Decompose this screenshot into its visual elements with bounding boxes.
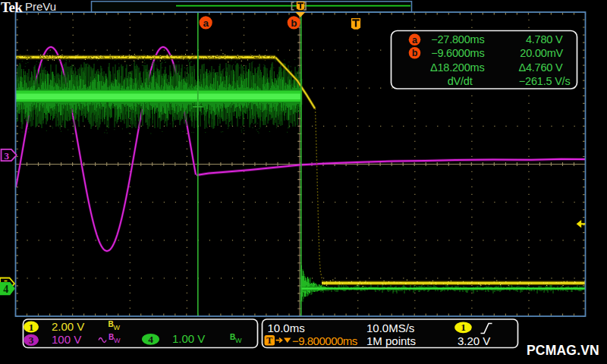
svg-text:1M points: 1M points — [366, 334, 416, 347]
svg-text:W: W — [114, 337, 121, 344]
svg-text:3: 3 — [29, 334, 34, 346]
svg-text:−261.5 V/s: −261.5 V/s — [519, 75, 571, 87]
svg-text:Δ18.200ms: Δ18.200ms — [430, 61, 485, 74]
svg-text:1.00 V: 1.00 V — [172, 332, 205, 345]
svg-text:Δ4.760 V: Δ4.760 V — [518, 61, 563, 74]
svg-text:4.780 V: 4.780 V — [526, 33, 563, 46]
svg-text:4: 4 — [3, 284, 8, 295]
svg-text:b: b — [291, 17, 297, 29]
svg-text:100 V: 100 V — [52, 333, 81, 346]
svg-text:1: 1 — [29, 322, 34, 333]
svg-text:3: 3 — [4, 150, 9, 162]
svg-text:10.0MS/s: 10.0MS/s — [366, 322, 414, 334]
svg-text:a: a — [412, 35, 418, 46]
svg-text:a: a — [203, 17, 209, 29]
svg-text:20.00mV: 20.00mV — [520, 47, 563, 59]
svg-text:dV/dt: dV/dt — [448, 75, 473, 87]
svg-text:3.20 V: 3.20 V — [458, 334, 490, 347]
svg-text:W: W — [114, 324, 121, 331]
svg-text:1: 1 — [461, 322, 466, 333]
svg-text:−9.800000ms: −9.800000ms — [292, 334, 357, 347]
svg-text:W: W — [235, 337, 242, 344]
svg-text:−9.6000ms: −9.6000ms — [431, 47, 484, 59]
svg-text:T: T — [266, 335, 273, 346]
svg-text:b: b — [412, 48, 418, 58]
svg-text:−27.800ms: −27.800ms — [431, 33, 484, 46]
svg-text:4: 4 — [148, 334, 153, 345]
svg-text:10.0ms: 10.0ms — [268, 322, 305, 334]
svg-text:2.00 V: 2.00 V — [52, 320, 84, 333]
